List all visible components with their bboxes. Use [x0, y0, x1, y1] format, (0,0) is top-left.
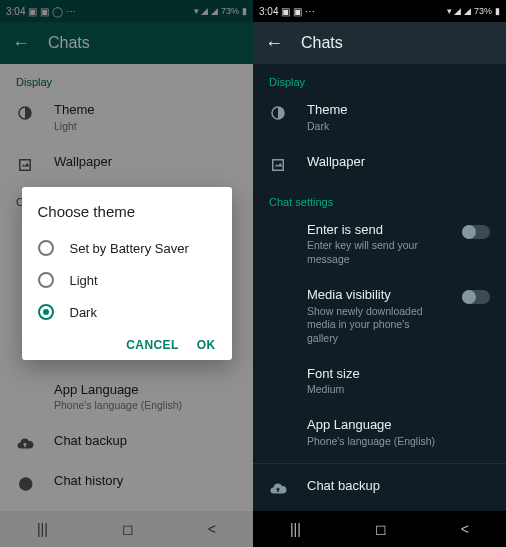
status-bar: 3:04 ▣ ▣ ⋯ ▾ ◢ ◢ 73% ▮: [253, 0, 506, 22]
cancel-button[interactable]: CANCEL: [126, 338, 178, 352]
backup-label: Chat backup: [307, 478, 490, 495]
status-indicator-icon: ▣ ▣ ⋯: [281, 6, 315, 17]
radio-checked-icon: [38, 304, 54, 320]
media-label: Media visibility: [307, 287, 442, 304]
android-nav-bar: ||| ◻ <: [253, 511, 506, 547]
theme-value: Dark: [307, 120, 490, 134]
back-button[interactable]: <: [461, 521, 469, 537]
radio-unchecked-icon: [38, 272, 54, 288]
cloud-upload-icon: [269, 480, 287, 498]
app-lang-value: Phone's language (English): [307, 435, 490, 449]
status-signal-icon: ▾ ◢ ◢: [447, 6, 471, 16]
back-icon[interactable]: ←: [265, 33, 283, 54]
screen-dark-variant: 3:04 ▣ ▣ ⋯ ▾ ◢ ◢ 73% ▮ ← Chats Display T…: [253, 0, 506, 547]
battery-icon: ▮: [495, 6, 500, 16]
media-sub: Show newly downloaded media in your phon…: [307, 305, 442, 346]
enter-sub: Enter key will send your message: [307, 239, 442, 266]
section-display: Display: [253, 64, 506, 92]
dialog-title: Choose theme: [38, 203, 216, 220]
chat-backup-row[interactable]: Chat backup: [253, 468, 506, 508]
app-language-row[interactable]: App Language Phone's language (English): [253, 407, 506, 459]
status-time: 3:04: [259, 6, 278, 17]
theme-option-battery[interactable]: Set by Battery Saver: [38, 232, 216, 264]
home-button[interactable]: ◻: [375, 521, 387, 537]
enter-label: Enter is send: [307, 222, 442, 239]
app-lang-label: App Language: [307, 417, 490, 434]
modal-overlay[interactable]: Choose theme Set by Battery Saver Light …: [0, 0, 253, 547]
enter-is-send-row[interactable]: Enter is send Enter key will send your m…: [253, 212, 506, 277]
wallpaper-label: Wallpaper: [307, 154, 490, 171]
theme-label: Theme: [307, 102, 490, 119]
radio-unchecked-icon: [38, 240, 54, 256]
status-battery: 73%: [474, 6, 492, 16]
wallpaper-icon: [269, 156, 287, 174]
font-label: Font size: [307, 366, 490, 383]
ok-button[interactable]: OK: [197, 338, 216, 352]
enter-toggle[interactable]: [462, 225, 490, 239]
theme-icon: [269, 104, 287, 122]
app-bar: ← Chats: [253, 22, 506, 64]
screen-light-variant: 3:04 ▣ ▣ ◯ ⋯ ▾ ◢ ◢ 73% ▮ ← Chats Display…: [0, 0, 253, 547]
theme-row[interactable]: Theme Dark: [253, 92, 506, 144]
media-visibility-row[interactable]: Media visibility Show newly downloaded m…: [253, 277, 506, 356]
settings-content: Display Theme Dark Wallpaper Chat settin…: [253, 64, 506, 511]
recents-button[interactable]: |||: [290, 521, 301, 537]
theme-option-dark[interactable]: Dark: [38, 296, 216, 328]
media-toggle[interactable]: [462, 290, 490, 304]
font-value: Medium: [307, 383, 490, 397]
wallpaper-row[interactable]: Wallpaper: [253, 144, 506, 184]
choose-theme-dialog: Choose theme Set by Battery Saver Light …: [22, 187, 232, 360]
divider: [253, 463, 506, 464]
section-chat-settings: Chat settings: [253, 184, 506, 212]
font-size-row[interactable]: Font size Medium: [253, 356, 506, 408]
page-title: Chats: [301, 34, 343, 52]
theme-option-light[interactable]: Light: [38, 264, 216, 296]
